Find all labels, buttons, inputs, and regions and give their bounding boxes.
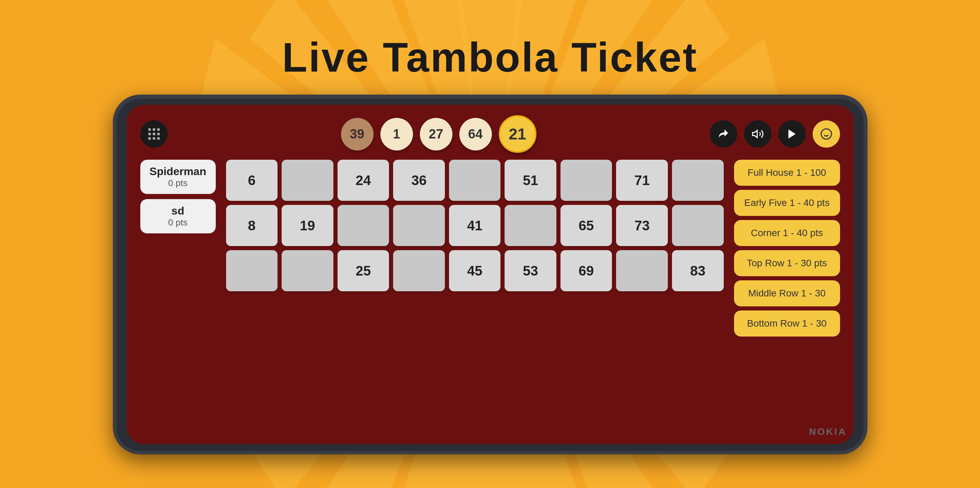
ticket-cell-1-3 [393, 205, 445, 246]
svg-point-27 [821, 129, 832, 139]
ticket-cell-1-8 [672, 205, 724, 246]
player-pts-1: 0 pts [147, 217, 209, 228]
prize-btn-0[interactable]: Full House 1 - 100 [734, 160, 840, 186]
ticket-cell-2-0 [226, 250, 278, 291]
ticket-cell-1-2 [337, 205, 389, 246]
emoji-button[interactable] [813, 120, 840, 148]
phone-screen: 391276421 [127, 105, 854, 444]
ticket-cell-0-2[interactable]: 24 [337, 160, 389, 201]
prize-btn-1[interactable]: Early Five 1 - 40 pts [734, 190, 840, 216]
ticket-cell-2-4[interactable]: 45 [449, 250, 501, 291]
ticket-cell-2-2[interactable]: 25 [337, 250, 389, 291]
players-panel: Spiderman 0 ptssd 0 pts [140, 160, 216, 434]
player-card-1[interactable]: sd 0 pts [140, 199, 216, 233]
player-pts-0: 0 pts [147, 178, 209, 189]
ticket-cell-2-3 [393, 250, 445, 291]
ticket-cell-1-0[interactable]: 8 [226, 205, 278, 246]
ticket-cell-1-1[interactable]: 19 [282, 205, 333, 246]
number-ball-3: 64 [459, 118, 492, 151]
ticket-cell-1-7[interactable]: 73 [616, 205, 668, 246]
ticket-cell-1-4[interactable]: 41 [449, 205, 501, 246]
ticket-cell-2-1 [282, 250, 333, 291]
play-button[interactable] [778, 120, 806, 148]
player-name-0: Spiderman [147, 165, 209, 178]
ticket-cell-0-7[interactable]: 71 [616, 160, 668, 201]
ticket-cell-0-3[interactable]: 36 [393, 160, 445, 201]
action-buttons [710, 120, 840, 148]
svg-marker-26 [788, 130, 795, 139]
called-numbers: 391276421 [168, 115, 710, 153]
menu-button[interactable] [140, 120, 168, 148]
number-ball-4: 21 [499, 115, 536, 153]
ticket-cell-0-1 [282, 160, 333, 201]
prize-btn-5[interactable]: Bottom Row 1 - 30 [734, 311, 840, 336]
share-button[interactable] [710, 120, 737, 148]
ticket-area: 6243651718194165732545536983 [226, 160, 724, 434]
phone-device: NOKIA 391276421 [113, 95, 867, 455]
ticket-cell-0-8 [672, 160, 724, 201]
prize-btn-3[interactable]: Top Row 1 - 30 pts [734, 250, 840, 276]
player-name-1: sd [147, 204, 209, 217]
ticket-cell-1-5 [504, 205, 556, 246]
ticket-cell-0-4 [449, 160, 501, 201]
ticket-cell-1-6[interactable]: 65 [560, 205, 612, 246]
number-ball-1: 1 [380, 118, 413, 151]
ticket-cell-0-0[interactable]: 6 [226, 160, 278, 201]
page-title: Live Tambola Ticket [282, 33, 698, 81]
ticket-cell-0-6 [560, 160, 612, 201]
ticket-row-2: 2545536983 [226, 250, 724, 291]
grid-icon [145, 125, 162, 143]
prize-btn-4[interactable]: Middle Row 1 - 30 [734, 280, 840, 306]
number-ball-0: 39 [341, 118, 374, 151]
prize-btn-2[interactable]: Corner 1 - 40 pts [734, 220, 840, 246]
nokia-brand: NOKIA [809, 426, 846, 437]
ticket-cell-2-5[interactable]: 53 [504, 250, 556, 291]
ticket-row-1: 819416573 [226, 205, 724, 246]
svg-marker-25 [752, 131, 757, 138]
sound-button[interactable] [744, 120, 772, 148]
ticket-cell-0-5[interactable]: 51 [504, 160, 556, 201]
main-area: Spiderman 0 ptssd 0 pts 6243651718194165… [140, 160, 840, 434]
ticket-cell-2-6[interactable]: 69 [560, 250, 612, 291]
prize-panel: Full House 1 - 100Early Five 1 - 40 ptsC… [734, 160, 840, 434]
ticket-row-0: 624365171 [226, 160, 724, 201]
screen-content: 391276421 [127, 105, 854, 444]
ticket-cell-2-8[interactable]: 83 [672, 250, 724, 291]
ticket-cell-2-7 [616, 250, 668, 291]
player-card-0[interactable]: Spiderman 0 pts [140, 160, 216, 194]
top-bar: 391276421 [140, 115, 840, 153]
number-ball-2: 27 [420, 118, 452, 151]
phone-body: NOKIA 391276421 [113, 95, 867, 455]
